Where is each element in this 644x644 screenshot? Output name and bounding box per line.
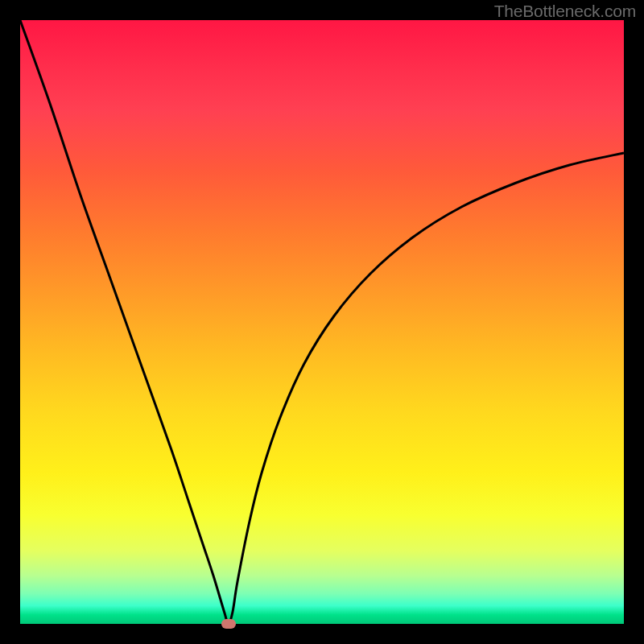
bottleneck-curve	[20, 20, 624, 624]
curve-line	[20, 20, 624, 624]
attribution-text: TheBottleneck.com	[494, 2, 636, 21]
optimal-point-marker	[221, 619, 236, 629]
